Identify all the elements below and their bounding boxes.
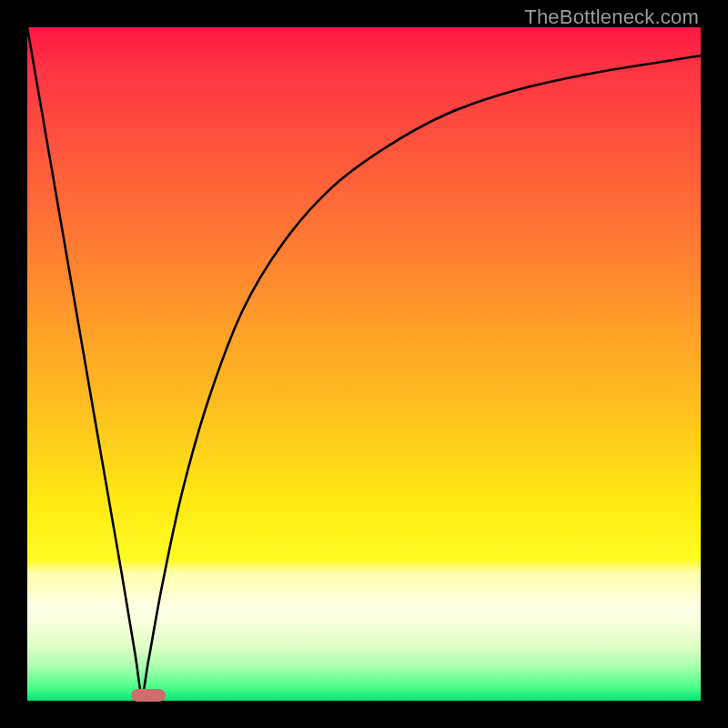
watermark-text: TheBottleneck.com (524, 5, 699, 29)
chart-curve-svg (27, 27, 701, 701)
bottleneck-curve-path (27, 27, 701, 694)
optimal-marker (131, 689, 166, 702)
